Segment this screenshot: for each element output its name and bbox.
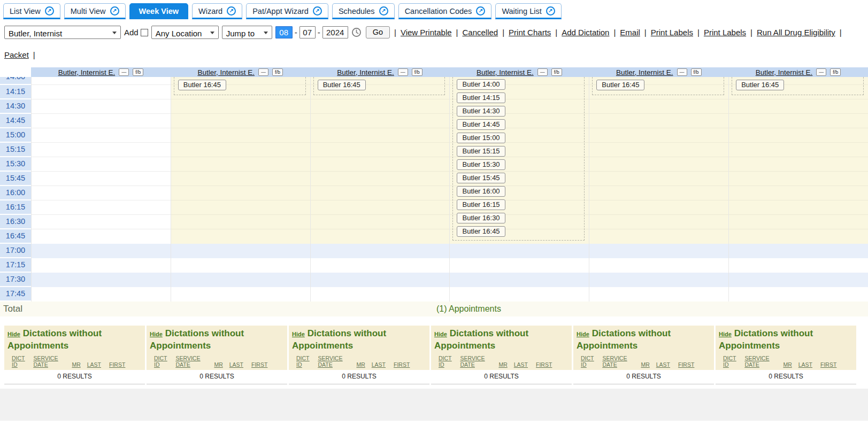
date-year-input[interactable]: 2024	[322, 26, 348, 38]
column-dict-id[interactable]: DICTID	[12, 355, 25, 368]
provider-header-link[interactable]: Butler, Internist E.	[58, 68, 116, 76]
provider-header-link[interactable]: Butler, Internist E.	[477, 68, 534, 76]
link-view-printable[interactable]: View Printable	[401, 26, 452, 38]
column-first[interactable]: FIRST	[251, 361, 267, 368]
tab-waiting-list[interactable]: Waiting List	[495, 3, 561, 19]
date-day-input[interactable]: 07	[299, 26, 316, 38]
hide-link[interactable]: Hide	[292, 331, 305, 337]
schedule-area[interactable]	[311, 77, 450, 244]
minimize-button[interactable]: —	[398, 68, 408, 76]
provider-select[interactable]: Butler, Internist	[4, 26, 121, 39]
column-dict-id[interactable]: DICTID	[296, 355, 310, 368]
appointment-slot-button[interactable]: Butler 16:30	[457, 213, 505, 223]
hide-link[interactable]: Hide	[434, 331, 447, 337]
link-cancelled[interactable]: Cancelled	[462, 26, 498, 38]
date-month-input[interactable]: 08	[275, 26, 293, 38]
schedule-area[interactable]	[32, 77, 171, 244]
provider-header-link[interactable]: Butler, Internist E.	[756, 68, 813, 76]
tab-multi-view[interactable]: Multi View	[64, 3, 126, 19]
column-mr[interactable]: MR	[214, 361, 222, 368]
column-last[interactable]: LAST	[87, 361, 101, 368]
hide-link[interactable]: Hide	[719, 331, 732, 337]
provider-header-link[interactable]: Butler, Internist E.	[616, 68, 673, 76]
go-button[interactable]: Go	[366, 26, 390, 38]
column-last[interactable]: LAST	[656, 361, 670, 368]
minimize-button[interactable]: —	[258, 68, 268, 76]
column-first[interactable]: FIRST	[678, 361, 694, 368]
fb-button[interactable]: f/b	[412, 68, 423, 76]
appointment-slot-button[interactable]: Butler 16:15	[457, 199, 505, 210]
appointment-slot-button[interactable]: Butler 15:45	[457, 173, 505, 183]
appointment-slot-button[interactable]: Butler 16:45	[736, 80, 784, 90]
schedule-area[interactable]	[729, 77, 868, 244]
open-new-window-icon[interactable]	[313, 6, 322, 16]
hide-link[interactable]: Hide	[7, 331, 20, 337]
column-dict-id[interactable]: DICTID	[154, 355, 167, 368]
tab-list-view[interactable]: List View	[3, 3, 60, 19]
link-print-charts[interactable]: Print Charts	[509, 26, 551, 38]
appointment-slot-button[interactable]: Butler 16:45	[318, 80, 366, 90]
jump-select[interactable]: Jump to	[222, 26, 272, 39]
column-mr[interactable]: MR	[498, 361, 507, 368]
column-mr[interactable]: MR	[641, 361, 649, 368]
link-run-all-drug-eligibility[interactable]: Run All Drug Eligibility	[757, 26, 835, 38]
column-last[interactable]: LAST	[798, 361, 812, 368]
column-mr[interactable]: MR	[356, 361, 365, 368]
appointment-slot-button[interactable]: Butler 15:00	[457, 133, 505, 143]
schedule-area[interactable]	[589, 77, 728, 244]
open-new-window-icon[interactable]	[110, 6, 119, 16]
column-service-date[interactable]: SERVICEDATE	[745, 355, 770, 368]
appointment-slot-button[interactable]: Butler 14:30	[457, 106, 505, 117]
open-new-window-icon[interactable]	[379, 6, 388, 16]
minimize-button[interactable]: —	[537, 68, 548, 76]
column-mr[interactable]: MR	[783, 361, 792, 368]
fb-button[interactable]: f/b	[133, 68, 143, 76]
column-service-date[interactable]: SERVICEDATE	[176, 355, 201, 368]
tab-wizard[interactable]: Wizard	[192, 3, 242, 19]
tab-cancellation-codes[interactable]: Cancellation Codes	[398, 3, 492, 19]
column-dict-id[interactable]: DICTID	[581, 355, 594, 368]
open-new-window-icon[interactable]	[476, 6, 485, 16]
minimize-button[interactable]: —	[677, 68, 687, 76]
appointment-slot-button[interactable]: Butler 16:45	[178, 80, 226, 90]
add-checkbox[interactable]	[141, 29, 148, 36]
clock-icon[interactable]	[351, 27, 362, 37]
open-new-window-icon[interactable]	[546, 6, 555, 16]
tab-schedules[interactable]: Schedules	[332, 3, 395, 19]
fb-button[interactable]: f/b	[691, 68, 702, 76]
column-last[interactable]: LAST	[229, 361, 243, 368]
fb-button[interactable]: f/b	[830, 68, 841, 76]
open-new-window-icon[interactable]	[227, 6, 236, 16]
column-first[interactable]: FIRST	[820, 361, 836, 368]
column-service-date[interactable]: SERVICEDATE	[460, 355, 485, 368]
appointment-slot-button[interactable]: Butler 14:45	[457, 119, 505, 130]
link-print-labels-2[interactable]: Print Labels	[704, 26, 746, 38]
column-first[interactable]: FIRST	[536, 361, 552, 368]
appointment-slot-button[interactable]: Butler 16:45	[457, 226, 505, 237]
hide-link[interactable]: Hide	[150, 331, 163, 337]
column-mr[interactable]: MR	[72, 361, 80, 368]
column-last[interactable]: LAST	[514, 361, 528, 368]
column-service-date[interactable]: SERVICEDATE	[603, 355, 627, 368]
minimize-button[interactable]: —	[119, 68, 129, 76]
fb-button[interactable]: f/b	[272, 68, 283, 76]
appointment-slot-button[interactable]: Butler 15:15	[457, 146, 505, 157]
provider-header-link[interactable]: Butler, Internist E.	[337, 68, 394, 76]
fb-button[interactable]: f/b	[551, 68, 562, 76]
column-service-date[interactable]: SERVICEDATE	[34, 355, 58, 368]
appointment-slot-button[interactable]: Butler 14:15	[457, 92, 505, 103]
location-select[interactable]: Any Location	[151, 26, 219, 39]
link-packet[interactable]: Packet	[4, 49, 29, 61]
schedule-area[interactable]	[171, 77, 310, 244]
minimize-button[interactable]: —	[816, 68, 826, 76]
column-last[interactable]: LAST	[372, 361, 386, 368]
provider-header-link[interactable]: Butler, Internist E.	[197, 68, 255, 76]
open-new-window-icon[interactable]	[45, 6, 54, 16]
link-add-dictation[interactable]: Add Dictation	[562, 26, 609, 38]
link-print-labels-1[interactable]: Print Labels	[651, 26, 693, 38]
appointment-slot-button[interactable]: Butler 15:30	[457, 159, 505, 170]
column-service-date[interactable]: SERVICEDATE	[318, 355, 343, 368]
tab-pat-appt-wizard[interactable]: Pat/Appt Wizard	[246, 3, 328, 19]
column-first[interactable]: FIRST	[394, 361, 410, 368]
hide-link[interactable]: Hide	[577, 331, 589, 337]
